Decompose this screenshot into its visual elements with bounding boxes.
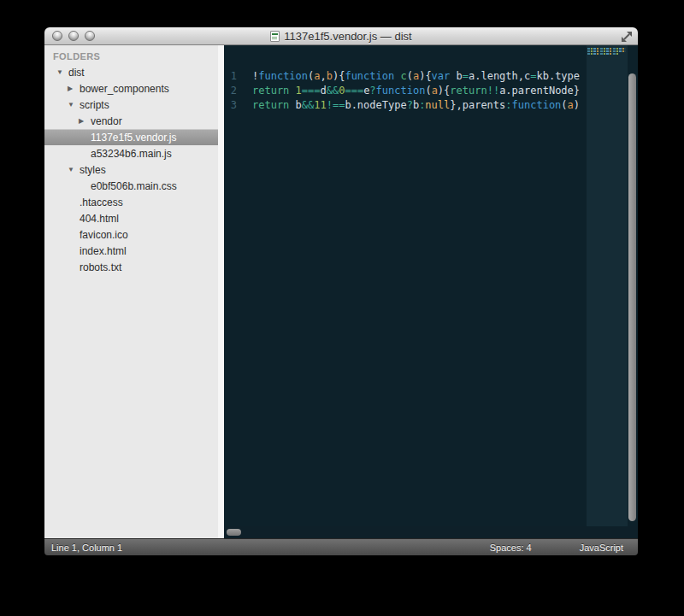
editor-pane[interactable]: 1!function(a,b){function c(a){var b=a.le… (224, 45, 638, 538)
tree-item-label: .htaccess (80, 197, 123, 208)
tree-item-label: 1137e1f5.vendor.js (91, 132, 177, 144)
code-line-1[interactable]: 1!function(a,b){function c(a){var b=a.le… (224, 69, 587, 84)
tree-item-label: index.html (80, 245, 127, 257)
desktop-background: 1137e1f5.vendor.js — dist FOLDERS ▼dist▶… (0, 0, 684, 616)
tree-item-label: robots.txt (80, 261, 121, 273)
line-number[interactable]: 3 (224, 98, 237, 113)
line-number[interactable]: 2 (224, 84, 237, 98)
horizontal-scrollbar[interactable] (224, 526, 638, 538)
tree-item-label: 404.html (80, 213, 119, 225)
editor-window: 1137e1f5.vendor.js — dist FOLDERS ▼dist▶… (44, 27, 638, 555)
tree-item-label: favicon.ico (80, 229, 128, 241)
fullscreen-icon[interactable] (621, 31, 633, 43)
titlebar[interactable]: 1137e1f5.vendor.js — dist (44, 27, 638, 45)
tree-item-label: a53234b6.main.js (91, 148, 172, 160)
tree-file-robots.txt[interactable]: robots.txt (44, 259, 224, 275)
window-title: 1137e1f5.vendor.js — dist (284, 30, 411, 43)
tree-file-favicon.ico[interactable]: favicon.ico (44, 226, 224, 243)
tree-folder-scripts[interactable]: ▼scripts (44, 97, 224, 113)
tree-file-index.html[interactable]: index.html (44, 243, 224, 259)
vertical-scrollbar-thumb[interactable] (628, 73, 636, 521)
code-text: return b&&11!==b.nodeType?b:null},parent… (252, 98, 580, 113)
tree-item-label: styles (80, 164, 106, 176)
chevron-expanded-icon[interactable]: ▼ (56, 68, 68, 76)
tree-folder-styles[interactable]: ▼styles (44, 161, 224, 178)
tree-file-1137e1f5.vendor.js[interactable]: 1137e1f5.vendor.js (44, 129, 224, 145)
tree-item-label: scripts (80, 99, 109, 111)
tree-item-label: bower_components (80, 83, 169, 95)
minimap[interactable] (587, 45, 628, 526)
tree-file-.htaccess[interactable]: .htaccess (44, 194, 224, 210)
sidebar-scrollbar-track[interactable] (218, 45, 224, 538)
chevron-collapsed-icon[interactable]: ▶ (79, 117, 91, 125)
code-text: !function(a,b){function c(a){var b=a.len… (252, 69, 580, 84)
code-line-2[interactable]: 2return 1===d&&0===e?function(a){return!… (224, 84, 587, 98)
tree-folder-dist[interactable]: ▼dist (44, 64, 224, 80)
chevron-expanded-icon[interactable]: ▼ (68, 166, 80, 173)
status-bar: Line 1, Column 1 Spaces: 4 JavaScript (44, 538, 638, 555)
document-icon (270, 31, 280, 42)
indent-setting[interactable]: Spaces: 4 (490, 543, 532, 553)
tree-folder-vendor[interactable]: ▶vendor (44, 113, 224, 129)
language-mode[interactable]: JavaScript (580, 543, 623, 553)
horizontal-scrollbar-thumb[interactable] (227, 529, 241, 536)
code-area[interactable]: 1!function(a,b){function c(a){var b=a.le… (224, 69, 587, 113)
tree-folder-bower_components[interactable]: ▶bower_components (44, 80, 224, 97)
code-line-3[interactable]: 3return b&&11!==b.nodeType?b:null},paren… (224, 98, 587, 113)
line-number[interactable]: 1 (224, 69, 237, 84)
sidebar-header: FOLDERS (53, 51, 224, 62)
tree-item-label: vendor (91, 115, 122, 127)
vertical-scrollbar[interactable] (627, 45, 638, 526)
chevron-collapsed-icon[interactable]: ▶ (68, 85, 80, 92)
tree-item-label: dist (68, 67, 85, 79)
title-area: 1137e1f5.vendor.js — dist (44, 27, 638, 45)
minimap-code-marks (587, 48, 626, 56)
cursor-position[interactable]: Line 1, Column 1 (51, 543, 490, 553)
chevron-expanded-icon[interactable]: ▼ (68, 101, 80, 109)
folder-tree: ▼dist▶bower_components▼scripts▶vendor113… (44, 64, 224, 275)
tree-file-e0bf506b.main.css[interactable]: e0bf506b.main.css (44, 178, 224, 194)
tree-item-label: e0bf506b.main.css (91, 180, 177, 192)
tree-file-a53234b6.main.js[interactable]: a53234b6.main.js (44, 145, 224, 161)
code-text: return 1===d&&0===e?function(a){return!!… (252, 84, 580, 98)
sidebar: FOLDERS ▼dist▶bower_components▼scripts▶v… (44, 45, 224, 538)
tree-file-404.html[interactable]: 404.html (44, 210, 224, 226)
